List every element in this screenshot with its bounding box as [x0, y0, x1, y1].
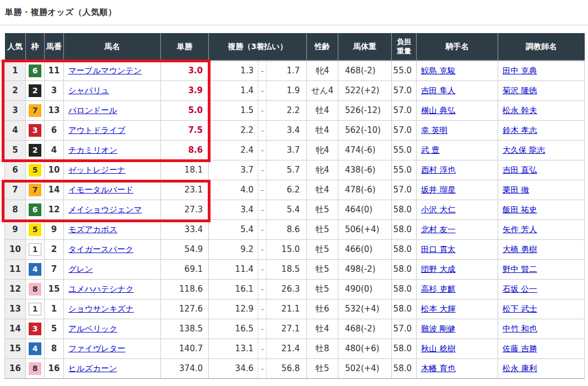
table-row: 1548ファイヴレター140.713.1-21.4牡8480(+6)58.0秋山… — [5, 339, 585, 358]
horse-name-link[interactable]: ヒルズカーン — [68, 364, 117, 373]
horse-name-link[interactable]: メイショウジェンマ — [68, 205, 142, 214]
frame-badge: 2 — [29, 144, 41, 157]
impost-cell: 58.0 — [392, 239, 417, 259]
place-odds-max: 3.7 — [267, 145, 306, 155]
trainer-link[interactable]: 矢作 芳人 — [503, 225, 537, 234]
horse-name-link[interactable]: ゼットレジーナ — [68, 165, 126, 174]
place-odds-separator: - — [258, 359, 267, 378]
jockey-link[interactable]: 鮫島 克駿 — [421, 66, 456, 75]
horse-weight-cell: 438(-6) — [338, 160, 392, 180]
jockey-link[interactable]: 秋山 稔樹 — [421, 344, 456, 353]
horse-name-link[interactable]: アウトドライブ — [68, 126, 126, 135]
trainer-link[interactable]: 石坂 公一 — [503, 285, 537, 293]
place-odds-min: 13.1 — [209, 344, 258, 353]
horse-weight-cell: 498(-2) — [338, 259, 392, 279]
horse-weight-cell: 562(-10) — [338, 120, 392, 140]
horse-weight-cell: 468(-2) — [338, 61, 392, 81]
horse-name-link[interactable]: グレン — [68, 265, 93, 274]
place-odds-cell: 1.3-1.7 — [209, 61, 307, 81]
jockey-link[interactable]: 横山 典弘 — [421, 106, 456, 115]
jockey-link[interactable]: 高杉 吏麒 — [421, 285, 456, 293]
place-odds-min: 16.5 — [209, 324, 258, 334]
jockey-link[interactable]: 難波 剛健 — [421, 324, 456, 333]
trainer-link[interactable]: 野中 賢二 — [503, 265, 537, 274]
horse-name-link[interactable]: チカミリオン — [68, 146, 117, 154]
horse-name-link[interactable]: ファイヴレター — [68, 344, 126, 353]
place-odds-range: 1.4-1.9 — [209, 81, 306, 100]
jockey-cell: 難波 剛健 — [417, 319, 498, 339]
trainer-cell: 鈴木 孝志 — [498, 120, 585, 140]
header-place: 複勝（3着払い） — [209, 33, 307, 61]
horse-name-link[interactable]: ショウサンキズナ — [68, 304, 134, 313]
place-odds-max: 5.4 — [267, 205, 306, 215]
impost-cell: 55.0 — [392, 61, 417, 81]
horse-name-link[interactable]: バロンドール — [68, 106, 117, 115]
place-odds-separator: - — [258, 339, 267, 358]
trainer-link[interactable]: 松永 幹夫 — [503, 106, 537, 115]
jockey-link[interactable]: 小沢 大仁 — [421, 205, 456, 214]
place-odds-range: 3.7-5.7 — [209, 160, 306, 180]
horse-name-link[interactable]: シャパリュ — [68, 86, 109, 95]
trainer-link[interactable]: 佐藤 吉勝 — [503, 344, 537, 353]
impost-cell: 55.0 — [392, 160, 417, 180]
jockey-link[interactable]: 幸 英明 — [421, 126, 447, 135]
horse-name-cell: ヒルズカーン — [64, 358, 161, 378]
trainer-link[interactable]: 栗田 徹 — [503, 185, 529, 194]
trainer-link[interactable]: 松下 武士 — [503, 304, 537, 313]
trainer-link[interactable]: 松永 康利 — [503, 364, 537, 373]
frame-badge: 1 — [29, 303, 41, 315]
place-odds-cell: 12.9-21.1 — [209, 299, 307, 319]
horse-name-link[interactable]: ユメハハテシナク — [68, 285, 134, 293]
jockey-link[interactable]: 坂井 瑠星 — [421, 185, 456, 194]
trainer-link[interactable]: 大橋 勇樹 — [503, 245, 537, 254]
trainer-cell: 飯田 祐史 — [498, 200, 585, 219]
frame-cell: 4 — [26, 259, 45, 279]
trainer-cell: 松下 武士 — [498, 299, 585, 319]
horse-name-cell: ショウサンキズナ — [64, 299, 161, 319]
horse-name-link[interactable]: マーブルマウンテン — [68, 66, 142, 75]
place-odds-range: 11.4-18.5 — [209, 260, 306, 279]
win-odds-cell: 3.9 — [161, 81, 209, 100]
trainer-link[interactable]: 田中 克典 — [503, 66, 537, 75]
jockey-link[interactable]: 木幡 育也 — [421, 364, 456, 373]
frame-badge: 8 — [29, 362, 41, 375]
table-row: 3713バロンドール5.01.5-2.2牡4526(-12)57.0横山 典弘松… — [5, 100, 585, 120]
horse-number-cell: 3 — [45, 81, 64, 100]
jockey-link[interactable]: 武 豊 — [421, 146, 440, 154]
sex-age-cell: 牝4 — [307, 61, 338, 81]
rank-cell: 14 — [5, 319, 26, 339]
jockey-link[interactable]: 田口 貫太 — [421, 245, 456, 254]
impost-cell: 58.0 — [392, 279, 417, 299]
place-odds-cell: 1.4-1.9 — [209, 81, 307, 100]
horse-name-link[interactable]: タイガースパーク — [68, 245, 133, 254]
place-odds-range: 2.4-3.7 — [209, 141, 306, 160]
frame-badge: 7 — [29, 184, 41, 196]
horse-name-cell: イモータルバード — [64, 180, 161, 200]
place-odds-max: 56.8 — [267, 363, 306, 373]
jockey-link[interactable]: 西村 淳也 — [421, 165, 456, 174]
jockey-link[interactable]: 吉田 隼人 — [421, 86, 456, 95]
win-odds-cell: 374.0 — [161, 358, 209, 378]
trainer-link[interactable]: 鈴木 孝志 — [503, 126, 537, 135]
sex-age-cell: 牡5 — [307, 219, 338, 239]
horse-name-link[interactable]: イモータルバード — [68, 185, 133, 194]
trainer-link[interactable]: 吉田 直弘 — [503, 165, 537, 174]
frame-cell: 2 — [26, 81, 45, 100]
place-odds-max: 3.4 — [267, 125, 306, 135]
jockey-link[interactable]: 松本 大輝 — [421, 304, 456, 313]
frame-cell: 5 — [26, 219, 45, 239]
trainer-link[interactable]: 飯田 祐史 — [503, 205, 537, 214]
horse-name-link[interactable]: モズアカボス — [68, 225, 117, 234]
horse-weight-cell: 468(-2) — [338, 319, 392, 339]
horse-name-cell: シャパリュ — [64, 81, 161, 100]
jockey-link[interactable]: 団野 大成 — [421, 265, 456, 274]
trainer-cell: 田中 克典 — [498, 61, 585, 81]
trainer-link[interactable]: 大久保 龍志 — [503, 146, 545, 154]
horse-name-link[interactable]: アルベリック — [68, 324, 117, 333]
place-odds-min: 16.1 — [209, 284, 258, 294]
trainer-link[interactable]: 菊沢 隆徳 — [503, 86, 537, 95]
place-odds-range: 34.6-56.8 — [209, 359, 306, 378]
jockey-link[interactable]: 北村 友一 — [421, 225, 456, 234]
trainer-link[interactable]: 中竹 和也 — [503, 324, 537, 333]
title-divider — [0, 25, 588, 25]
